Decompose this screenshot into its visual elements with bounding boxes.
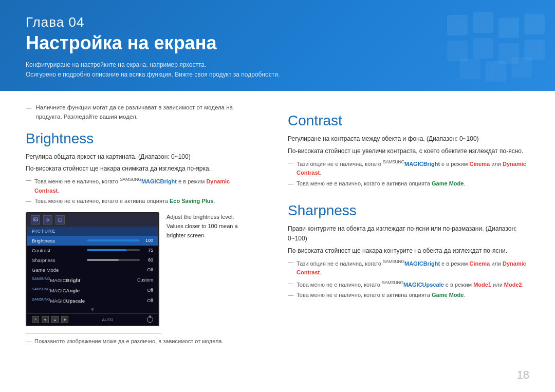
menu-item-contrast: Contrast 75 — [27, 246, 158, 255]
brightness-desc1: Регулира общата яркост на картината. (Ди… — [26, 152, 252, 162]
monitor-icon-picture — [31, 215, 40, 225]
sharpness-note1: Тази опция не е налична, когато SAMSUNGM… — [288, 258, 534, 277]
sharpness-desc2: По-високата стойност ще накара контурите… — [288, 246, 534, 256]
sharpness-title: Sharpness — [288, 202, 534, 219]
contrast-desc2: По-високата стойност ще увеличи контраст… — [288, 146, 534, 156]
auto-label: AUTO — [102, 318, 113, 322]
contrast-note2: Това меню не е налично, когато е активна… — [288, 179, 534, 189]
menu-item-sharpness: Sharpness 60 — [27, 255, 158, 265]
footer-note: Показаното изображение може да е различн… — [26, 338, 252, 344]
contrast-note1: Тази опция не е налична, когато SAMSUNGM… — [288, 158, 534, 178]
availability-note: Наличните функции могат да се различават… — [26, 103, 252, 121]
nav-right: ▶ — [61, 316, 68, 323]
nav-x: ✕ — [32, 316, 39, 323]
sharpness-desc1: Прави контурите на обекта да изглеждат п… — [288, 224, 534, 244]
svg-text:i: i — [60, 218, 60, 221]
menu-item-brightness: Brightness 100 — [27, 236, 158, 246]
monitor-display: i PICTURE Brightness 100 — [26, 212, 159, 326]
svg-point-2 — [47, 219, 49, 221]
left-column: Наличните функции могат да се различават… — [0, 91, 272, 354]
sharpness-note3: Това меню не е налично, когато е активна… — [288, 291, 534, 300]
contrast-desc1: Регулиране на контраста между обекта и ф… — [288, 134, 534, 144]
menu-section-header: PICTURE — [27, 227, 158, 236]
brightness-note2: Това меню не е налично, когато е активна… — [26, 197, 252, 206]
menu-item-magicangle: SAMSUNGMAGICAngle Off — [27, 285, 158, 295]
page-number: 18 — [517, 368, 529, 382]
brightness-title: Brightness — [26, 130, 252, 147]
monitor-screenshot: i PICTURE Brightness 100 — [26, 212, 252, 326]
nav-up: ▲ — [51, 316, 59, 323]
scroll-indicator: ▼ — [27, 306, 158, 313]
menu-item-gamemode: Game Mode Off — [27, 265, 158, 275]
monitor-caption: Adjust the brightness level. Values clos… — [166, 212, 249, 240]
header-desc: Конфигуриране на настройките на екрана, … — [26, 60, 529, 80]
brightness-note1: Това меню не е налично, когато SAMSUNGMA… — [26, 176, 252, 195]
monitor-top-bar: i — [27, 213, 158, 227]
menu-item-magicupscale: SAMSUNGMAGICUpscale Off — [27, 295, 158, 306]
chapter-label: Глава 04 — [26, 14, 529, 30]
page-title: Настройка на екрана — [26, 32, 529, 54]
right-column: Contrast Регулиране на контраста между о… — [272, 91, 555, 354]
nav-down: ▼ — [42, 316, 49, 323]
monitor-nav-bar: ✕ ▼ ▲ ▶ AUTO — [27, 313, 158, 325]
main-content: Наличните функции могат да се различават… — [0, 91, 555, 354]
brightness-desc2: По-високата стойност ще накара снимката … — [26, 164, 252, 174]
monitor-icon-settings — [43, 215, 52, 225]
divider — [26, 333, 161, 334]
monitor-menu: PICTURE Brightness 100 Contrast — [27, 227, 158, 325]
monitor-icon-info: i — [55, 215, 65, 225]
power-icon — [147, 316, 153, 323]
page-header: Глава 04 Настройка на екрана Конфигурира… — [0, 0, 555, 91]
menu-item-magicbright: SAMSUNGMAGICBright Custom — [27, 275, 158, 285]
contrast-title: Contrast — [288, 113, 534, 129]
sharpness-note2: Това меню не е налично, когато SAMSUNGMA… — [288, 279, 534, 289]
